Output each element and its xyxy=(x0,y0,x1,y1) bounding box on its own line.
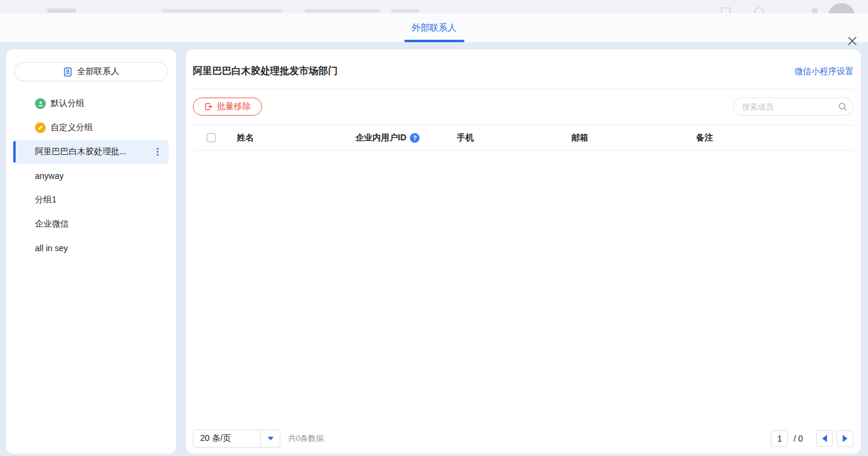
sidebar-item-wecom[interactable]: 企业微信 xyxy=(13,212,169,236)
background-logo xyxy=(47,8,76,13)
pencil-icon xyxy=(35,122,46,133)
help-icon[interactable]: ? xyxy=(410,133,420,143)
group-label: anyway xyxy=(35,171,63,181)
column-header-userid-label: 企业内用户ID xyxy=(356,133,406,143)
background-icon xyxy=(721,7,731,13)
content-panel: 阿里巴巴白木胶处理批发市场部门 微信小程序设置 批量移除 xyxy=(186,49,861,454)
page-number-input[interactable] xyxy=(771,430,788,447)
group-label: all in sey xyxy=(35,243,68,253)
arrow-right-icon xyxy=(843,435,848,442)
prev-page-button[interactable] xyxy=(816,430,833,447)
modal-header: 外部联系人 xyxy=(0,13,868,42)
group-label: 自定义分组 xyxy=(51,122,93,133)
background-nav-text xyxy=(391,9,420,13)
sidebar-item-all-in-sey[interactable]: all in sey xyxy=(13,236,169,260)
background-topbar xyxy=(0,0,868,13)
column-header-email: 邮箱 xyxy=(571,133,696,143)
sidebar: 全部联系人 默认分组 xyxy=(6,49,176,454)
tab-external-contacts[interactable]: 外部联系人 xyxy=(410,13,458,42)
background-nav-text xyxy=(162,9,282,13)
page-total-label: / 0 xyxy=(793,434,803,443)
modal-body: 全部联系人 默认分组 xyxy=(0,42,868,456)
batch-remove-label: 批量移除 xyxy=(217,101,251,112)
group-label: 分组1 xyxy=(35,195,57,205)
group-label: 阿里巴巴白木胶处理批... xyxy=(35,146,127,157)
table-body-empty xyxy=(193,151,854,429)
active-indicator xyxy=(13,141,16,163)
background-nav-text xyxy=(304,9,380,13)
contact-book-icon xyxy=(63,67,73,77)
background-icon xyxy=(812,8,817,13)
select-all-checkbox[interactable] xyxy=(207,133,216,142)
external-contacts-modal-screen: 外部联系人 全部联系人 xyxy=(0,0,868,456)
sidebar-item-alibaba-group[interactable]: 阿里巴巴白木胶处理批... xyxy=(13,140,169,164)
all-contacts-label: 全部联系人 xyxy=(77,66,119,77)
sidebar-item-group1[interactable]: 分组1 xyxy=(13,188,169,212)
page-title: 阿里巴巴白木胶处理批发市场部门 xyxy=(193,65,338,78)
tab-label: 外部联系人 xyxy=(412,22,457,34)
more-options-icon[interactable] xyxy=(155,146,160,158)
title-row: 阿里巴巴白木胶处理批发市场部门 微信小程序设置 xyxy=(193,49,854,89)
pagination-left: 20 条/页 共0条数据 xyxy=(193,429,324,448)
pagination-bar: 20 条/页 共0条数据 / 0 xyxy=(193,429,854,448)
miniprogram-settings-link[interactable]: 微信小程序设置 xyxy=(794,66,854,77)
sidebar-item-custom-group[interactable]: 自定义分组 xyxy=(13,116,169,140)
sidebar-item-anyway[interactable]: anyway xyxy=(13,164,169,188)
search-box xyxy=(733,98,854,116)
page-size-value: 20 条/页 xyxy=(193,433,260,444)
next-page-button[interactable] xyxy=(837,430,854,447)
chevron-down-icon xyxy=(260,430,280,447)
user-group-icon xyxy=(35,98,46,109)
group-label: 默认分组 xyxy=(51,98,84,109)
pagination-right: / 0 xyxy=(771,430,854,447)
sidebar-item-default-group[interactable]: 默认分组 xyxy=(13,92,169,116)
total-count-label: 共0条数据 xyxy=(288,433,324,444)
search-input[interactable] xyxy=(733,98,854,116)
search-icon xyxy=(838,102,848,111)
column-header-remark: 备注 xyxy=(696,133,854,143)
header-cell-select xyxy=(207,133,237,142)
arrow-left-icon xyxy=(822,435,827,442)
avatar xyxy=(828,3,855,13)
batch-remove-button[interactable]: 批量移除 xyxy=(193,98,262,116)
column-header-name: 姓名 xyxy=(237,133,356,143)
group-list: 默认分组 自定义分组 阿里巴巴白木胶处理批... any xyxy=(13,92,169,260)
table-header: 姓名 企业内用户ID ? 手机 邮箱 备注 xyxy=(193,125,854,151)
toolbar: 批量移除 xyxy=(193,98,854,116)
column-header-userid: 企业内用户ID ? xyxy=(356,133,457,143)
column-header-phone: 手机 xyxy=(457,133,571,143)
remove-export-icon xyxy=(204,102,213,111)
page-size-select[interactable]: 20 条/页 xyxy=(193,429,280,448)
all-contacts-button[interactable]: 全部联系人 xyxy=(14,62,168,81)
background-icon xyxy=(754,7,764,13)
group-label: 企业微信 xyxy=(35,219,69,230)
